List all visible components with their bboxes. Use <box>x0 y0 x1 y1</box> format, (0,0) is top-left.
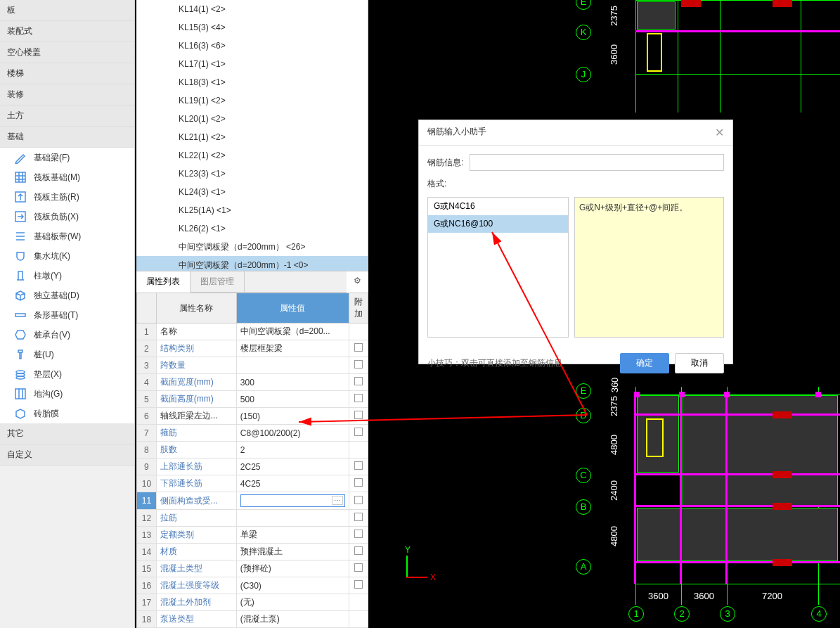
item-桩承台(V)[interactable]: 桩承台(V) <box>0 325 134 345</box>
prop-value-input[interactable]: ⋯ <box>240 494 345 507</box>
item-基础板带(W)[interactable]: 基础板带(W) <box>0 226 134 246</box>
prop-value[interactable]: 2 <box>236 442 349 459</box>
prop-name[interactable]: 混凝土强度等级 <box>156 577 236 594</box>
prop-addon[interactable] <box>349 391 368 408</box>
format-item-1[interactable]: G或NC16@100 <box>428 215 568 233</box>
tree-item[interactable]: KL23(3) <1> <box>136 165 368 183</box>
config-icon[interactable]: ⚙ <box>347 271 368 290</box>
cancel-button[interactable]: 取消 <box>675 353 724 373</box>
ok-button[interactable]: 确定 <box>620 353 669 373</box>
tree-item[interactable]: KL15(3) <4> <box>136 18 368 37</box>
prop-addon[interactable] <box>349 510 368 527</box>
prop-value[interactable]: 中间空调板梁（d=200... <box>236 323 349 340</box>
cat-土方[interactable]: 土方 <box>0 105 134 127</box>
prop-value[interactable]: 300 <box>236 374 349 391</box>
tree-item[interactable]: KL19(1) <2> <box>136 91 368 110</box>
prop-name[interactable]: 箍筋 <box>156 425 236 442</box>
item-条形基础(T)[interactable]: 条形基础(T) <box>0 305 134 325</box>
prop-name[interactable]: 定额类别 <box>156 527 236 544</box>
item-筏板基础(M)[interactable]: 筏板基础(M) <box>0 167 134 187</box>
prop-addon[interactable] <box>349 594 368 611</box>
checkbox-icon[interactable] <box>354 461 363 470</box>
checkbox-icon[interactable] <box>354 563 363 572</box>
tree-item[interactable]: KL20(1) <2> <box>136 110 368 128</box>
prop-name[interactable]: 混凝土类型 <box>156 560 236 577</box>
prop-value[interactable]: 楼层框架梁 <box>236 340 349 357</box>
cat-装修[interactable]: 装修 <box>0 84 134 105</box>
cat-板[interactable]: 板 <box>0 0 134 21</box>
prop-name[interactable]: 截面宽度(mm) <box>156 374 236 391</box>
prop-value[interactable]: ⋯ <box>236 492 349 510</box>
checkbox-icon[interactable] <box>354 546 363 555</box>
prop-value[interactable]: (预拌砼) <box>236 560 349 577</box>
close-icon[interactable]: ✕ <box>715 126 724 139</box>
cat-楼梯[interactable]: 楼梯 <box>0 63 134 84</box>
checkbox-icon[interactable] <box>354 428 363 436</box>
prop-name[interactable]: 侧面构造或受... <box>156 492 236 510</box>
prop-name[interactable]: 下部通长筋 <box>156 475 236 492</box>
checkbox-icon[interactable] <box>354 513 363 521</box>
tree-item[interactable]: KL18(3) <1> <box>136 73 368 91</box>
rebar-info-input[interactable] <box>470 154 724 171</box>
checkbox-icon[interactable] <box>354 496 363 504</box>
checkbox-icon[interactable] <box>354 377 363 385</box>
prop-addon[interactable] <box>349 425 368 442</box>
tree-item-selected[interactable]: 中间空调板梁（d=200mm）-1 <0> <box>136 256 368 271</box>
prop-addon[interactable] <box>349 323 368 340</box>
prop-addon[interactable] <box>349 442 368 459</box>
item-筏板主筋(R)[interactable]: 筏板主筋(R) <box>0 187 134 207</box>
tree-item[interactable]: KL16(3) <6> <box>136 37 368 55</box>
item-基础梁(F)[interactable]: 基础梁(F) <box>0 148 134 167</box>
prop-value[interactable]: 4C25 <box>236 475 349 492</box>
item-独立基础(D)[interactable]: 独立基础(D) <box>0 286 134 305</box>
prop-name[interactable]: 拉筋 <box>156 510 236 527</box>
tab-properties[interactable]: 属性列表 <box>136 271 190 293</box>
prop-name[interactable]: 混凝土外加剂 <box>156 594 236 611</box>
tree-item[interactable]: KL14(1) <2> <box>136 0 368 18</box>
prop-addon[interactable] <box>349 475 368 492</box>
tree-item[interactable]: KL26(2) <1> <box>136 219 368 238</box>
prop-value[interactable]: 预拌混凝土 <box>236 544 349 560</box>
cat-foundation[interactable]: 基础 <box>0 127 134 148</box>
prop-addon[interactable] <box>349 544 368 560</box>
prop-value[interactable]: (150) <box>236 408 349 425</box>
prop-addon[interactable] <box>349 492 368 510</box>
cat-空心楼盖[interactable]: 空心楼盖 <box>0 42 134 63</box>
prop-value[interactable]: (C30) <box>236 577 349 594</box>
cat-装配式[interactable]: 装配式 <box>0 21 134 42</box>
prop-value[interactable]: C8@100/200(2) <box>236 425 349 442</box>
cat-其它[interactable]: 其它 <box>0 423 134 444</box>
checkbox-icon[interactable] <box>354 580 363 589</box>
item-桩(U)[interactable]: 桩(U) <box>0 345 134 364</box>
item-砖胎膜[interactable]: 砖胎膜 <box>0 404 134 423</box>
checkbox-icon[interactable] <box>354 343 363 352</box>
prop-value[interactable]: (无) <box>236 594 349 611</box>
prop-value[interactable] <box>236 510 349 527</box>
prop-addon[interactable] <box>349 374 368 391</box>
cat-自定义[interactable]: 自定义 <box>0 444 134 466</box>
prop-value[interactable] <box>236 357 349 374</box>
tab-layers[interactable]: 图层管理 <box>190 271 245 292</box>
prop-addon[interactable] <box>349 577 368 594</box>
item-集水坑(K)[interactable]: 集水坑(K) <box>0 246 134 266</box>
format-list[interactable]: G或N4C16 G或NC16@100 <box>427 197 569 338</box>
prop-name[interactable]: 结构类别 <box>156 340 236 357</box>
checkbox-icon[interactable] <box>354 360 363 369</box>
tree-item[interactable]: 中间空调板梁（d=200mm） <26> <box>136 238 368 256</box>
tree-item[interactable]: KL21(1) <2> <box>136 128 368 146</box>
item-地沟(G)[interactable]: 地沟(G) <box>0 384 134 404</box>
checkbox-icon[interactable] <box>354 478 363 487</box>
prop-name[interactable]: 截面高度(mm) <box>156 391 236 408</box>
format-item-0[interactable]: G或N4C16 <box>428 198 568 215</box>
prop-addon[interactable] <box>349 527 368 544</box>
prop-name[interactable]: 材质 <box>156 544 236 560</box>
prop-value[interactable]: 500 <box>236 391 349 408</box>
checkbox-icon[interactable] <box>354 394 363 402</box>
prop-name[interactable]: 泵送类型 <box>156 611 236 628</box>
checkbox-icon[interactable] <box>354 530 363 538</box>
prop-addon[interactable] <box>349 459 368 475</box>
tree-item[interactable]: KL17(1) <1> <box>136 55 368 73</box>
prop-addon[interactable] <box>349 408 368 425</box>
prop-addon[interactable] <box>349 560 368 577</box>
prop-name[interactable]: 肢数 <box>156 442 236 459</box>
